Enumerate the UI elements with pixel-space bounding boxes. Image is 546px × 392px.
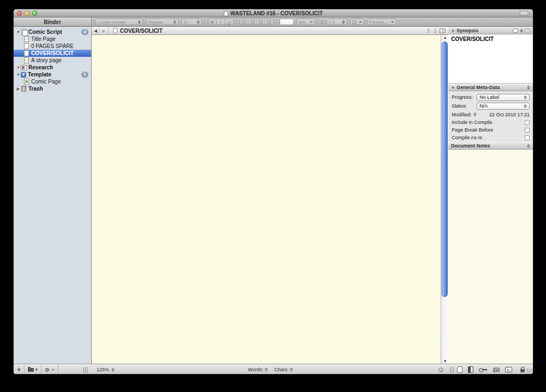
align-justify-button[interactable]	[265, 19, 273, 25]
align-left-button[interactable]	[240, 19, 248, 25]
compile-as-is-row: Compile As-Is	[452, 134, 530, 141]
inspector-resize-grip[interactable]	[450, 367, 455, 373]
toolbar-toggle-button[interactable]	[519, 11, 529, 16]
stepper-icon[interactable]	[527, 86, 530, 90]
binder-item-pages-spare[interactable]: 0 PAGES SPARE	[14, 43, 91, 50]
scroll-up-arrow-icon[interactable]: ▲	[441, 35, 449, 39]
zoom-popup[interactable]: 125%	[94, 364, 117, 375]
add-document-button[interactable]: +	[14, 364, 25, 375]
split-view-icon[interactable]	[440, 28, 446, 33]
dropdown-caret-icon	[310, 21, 313, 23]
lock-inspector-icon[interactable]	[520, 369, 525, 372]
stepper-icon[interactable]	[527, 144, 530, 148]
binder-header: Binder	[14, 17, 92, 26]
toolbar-separator	[318, 19, 318, 25]
binder-item-comic-page[interactable]: Comic Page	[14, 78, 91, 85]
add-folder-button[interactable]: +	[25, 364, 41, 375]
toolbar-separator	[236, 19, 237, 25]
stepper-icon	[111, 368, 115, 372]
comic-page-icon	[24, 79, 29, 85]
document-icon	[224, 11, 228, 16]
binder-item-template[interactable]: ▼ T Template 1	[14, 71, 91, 78]
synopsis-header[interactable]: ▼ Synopsis	[448, 27, 533, 34]
stepper-icon	[342, 20, 345, 24]
back-button[interactable]: ◀	[92, 27, 100, 34]
disclosure-open-icon[interactable]: ▼	[16, 66, 21, 69]
status-popup[interactable]: N/A	[477, 103, 530, 110]
font-style-popup[interactable]: Regular	[146, 19, 179, 25]
disclosure-open-icon[interactable]: ▼	[451, 29, 455, 33]
editor-scrollbar[interactable]: ▲ ▼	[441, 35, 448, 364]
alignment-group	[240, 19, 274, 25]
font-family-popup[interactable]: Lucida Grande	[95, 19, 143, 25]
document-notes-header[interactable]: Document Notes	[448, 142, 533, 150]
title-bar[interactable]: WASTELAND #16 - COVER/SOLICIT	[14, 9, 533, 17]
index-card-view-icon[interactable]	[513, 28, 518, 33]
align-right-button[interactable]	[257, 19, 265, 25]
line-spacing-popup[interactable]: 1.0	[327, 19, 347, 25]
disclosure-open-icon[interactable]: ▼	[451, 86, 455, 90]
stepper-icon	[138, 20, 141, 24]
compile-as-is-checkbox[interactable]	[525, 135, 530, 140]
char-count: Chars: 0	[274, 367, 293, 372]
include-in-compile-checkbox[interactable]	[525, 120, 530, 125]
target-button[interactable]	[438, 367, 443, 372]
previous-document-icon[interactable]: ⇧	[426, 28, 431, 34]
disclosure-open-icon[interactable]: ▼	[16, 73, 21, 76]
binder-item-trash[interactable]: ▶ Trash	[14, 85, 91, 92]
window-resize-grip[interactable]	[526, 369, 533, 375]
modified-row: Modified: 22 Oct 2010 17:21	[452, 111, 530, 118]
page-break-before-row: Page Break Before	[452, 127, 530, 133]
story-page-icon	[24, 57, 29, 63]
stepper-icon[interactable]	[520, 29, 523, 33]
plus-icon: +	[17, 366, 21, 373]
snapshots-tab-icon[interactable]	[493, 367, 500, 372]
synopsis-text[interactable]: COVER/SOLICIT	[448, 34, 533, 84]
footnotes-tab-icon[interactable]: n.	[505, 367, 512, 372]
item-count-badge: 4	[81, 29, 88, 35]
highlight-button[interactable]: abc	[296, 19, 315, 25]
editor-document-title[interactable]: COVER/SOLICIT	[120, 28, 163, 34]
binder-item-a-story-page[interactable]: A story page	[14, 57, 91, 64]
forward-button[interactable]: ▶	[100, 27, 108, 34]
align-justify-icon	[266, 20, 271, 24]
italic-button[interactable]: I	[217, 19, 225, 25]
text-color-well[interactable]	[280, 19, 294, 25]
binder-item-research[interactable]: ▼ Research	[14, 64, 91, 71]
binder-item-title-page[interactable]: Title Page	[14, 35, 91, 43]
disclosure-closed-icon[interactable]: ▶	[16, 87, 21, 91]
keywords-tab-icon[interactable]	[479, 367, 488, 372]
template-icon: T	[21, 72, 26, 78]
research-folder-icon	[21, 65, 27, 70]
item-count-badge: 1	[81, 72, 88, 78]
binder-item-cover-solicit[interactable]: COVER/SOLICIT	[14, 50, 91, 57]
scroll-down-arrow-icon[interactable]: ▼	[441, 359, 449, 363]
modified-date: 22 Oct 2010 17:21	[489, 112, 530, 117]
sidebar-resize-grip[interactable]	[84, 367, 88, 373]
status-row: Status: N/A	[452, 102, 530, 110]
disclosure-open-icon[interactable]: ▼	[16, 30, 21, 34]
date-type-stepper-icon[interactable]	[473, 112, 477, 116]
font-size-popup[interactable]: 11	[181, 19, 202, 25]
next-document-icon[interactable]: ⇩	[433, 28, 437, 34]
references-tab-icon[interactable]	[468, 366, 473, 373]
document-notes-area[interactable]	[448, 150, 533, 364]
page-break-before-checkbox[interactable]	[525, 128, 530, 133]
binder-item-comic-script[interactable]: ▼ Comic Script 4	[14, 28, 91, 35]
list-style-button[interactable]	[350, 19, 364, 25]
progress-popup[interactable]: No Label	[477, 94, 530, 101]
dropdown-caret-icon	[359, 21, 362, 23]
editor-text-area[interactable]	[92, 35, 441, 364]
notes-tab-icon[interactable]	[457, 366, 462, 373]
scrollbar-thumb[interactable]	[442, 41, 448, 297]
align-center-button[interactable]	[248, 19, 257, 25]
list-icon	[352, 20, 357, 24]
underline-button[interactable]: U	[225, 19, 233, 25]
bold-button[interactable]: B	[209, 19, 217, 25]
image-view-icon[interactable]	[525, 28, 530, 33]
action-menu-button[interactable]: ⚙	[41, 364, 58, 375]
presets-popup[interactable]: Presets...	[367, 19, 396, 25]
stepper-icon	[173, 20, 176, 24]
progress-label: Progress:	[452, 94, 477, 100]
general-meta-data-header[interactable]: ▼ General Meta-Data	[448, 84, 533, 91]
